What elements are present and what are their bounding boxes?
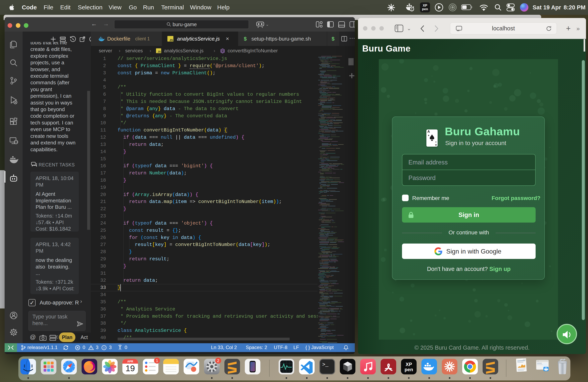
svg-text:pen: pen <box>405 367 413 372</box>
svg-text:19: 19 <box>126 364 135 373</box>
svg-text:APR: APR <box>127 360 133 363</box>
svg-text:>_: >_ <box>322 362 329 368</box>
svg-text:XP: XP <box>406 362 412 367</box>
